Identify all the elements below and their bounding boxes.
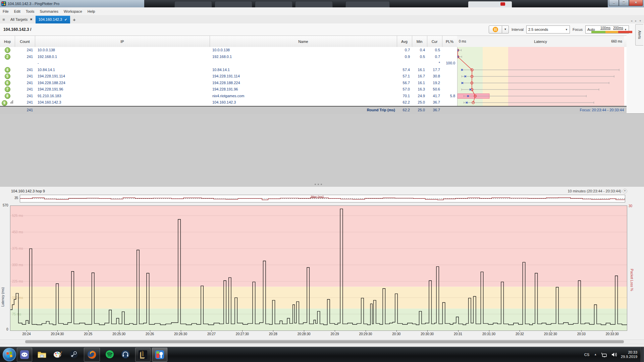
title-bar: 104.160.142.3 - PingPlotter Pro – ❐ ✕ (0, 0, 644, 7)
timeline-panel: 104.160.142.3 hop 9 10 minutes (20:23:44… (0, 186, 644, 346)
x-tick-mark (396, 330, 397, 332)
round-trip-min: 25.0 (412, 107, 425, 114)
volume-icon[interactable] (611, 352, 618, 358)
network-icon[interactable] (601, 352, 607, 358)
scrollbar-thumb[interactable] (25, 340, 624, 343)
taskbar-icon-steam[interactable] (67, 348, 80, 361)
x-tick-mark (458, 330, 459, 332)
jitter-axis-tick: 35 (12, 196, 18, 200)
time-range-select[interactable]: 10 minutes (20:23:44 - 20:33:44) ▾ (568, 189, 627, 193)
x-tick-label: 20:27 (207, 332, 216, 336)
pause-button[interactable] (489, 25, 502, 34)
hop-badge: 9 (2, 100, 7, 106)
column-header-min[interactable]: Min (412, 36, 427, 47)
menu-item-tools[interactable]: Tools (23, 8, 37, 15)
cell-avg: 57.1 (397, 73, 410, 80)
cell-count: 241 (15, 99, 33, 106)
cell-avg: 70.1 (397, 93, 410, 100)
cell-count: 241 (15, 73, 33, 80)
cell-hop: 5 (0, 73, 15, 80)
menu-bar: FileEditToolsSummariesWorkspaceHelp (0, 7, 644, 15)
x-tick-label: 20:24 (22, 332, 31, 336)
cell-cur: 36.7 (427, 99, 440, 106)
taskbar-icon-discord[interactable] (17, 348, 32, 362)
alerts-side-tab[interactable]: Alerts (635, 24, 643, 46)
taskbar-icon-pingplotter[interactable] (152, 348, 167, 362)
column-header-ip[interactable]: IP (35, 36, 210, 47)
cell-ip: 104.160.142.3 (35, 99, 210, 106)
splitter-handle[interactable] (315, 184, 322, 185)
menu-item-workspace[interactable]: Workspace (61, 8, 85, 15)
interval-select[interactable]: 2.5 seconds▼ (526, 25, 570, 34)
cell-count: 241 (15, 54, 33, 60)
tab-current-target[interactable]: 104.160.142.3 ✔ (36, 16, 70, 23)
horizontal-scrollbar[interactable] (0, 340, 644, 344)
x-tick-mark (427, 330, 428, 332)
jitter-graph-label: Jitter (ms) (310, 195, 324, 198)
timeline-title: 104.160.142.3 hop 9 (11, 189, 45, 193)
menu-item-file[interactable]: File (0, 8, 11, 15)
maximize-button[interactable]: ❐ (619, 0, 629, 6)
youtube-tab-icon (500, 2, 505, 6)
taskbar-icon-spotify[interactable] (103, 348, 116, 361)
latency-timeline-graph[interactable]: 525 ms450 ms375 ms300 ms225 ms150 ms75 m… (10, 205, 627, 331)
language-indicator[interactable]: CS (584, 353, 589, 357)
svg-text:150 ms: 150 ms (12, 296, 23, 300)
hop-badge: 7 (5, 86, 10, 92)
menu-item-summaries[interactable]: Summaries (37, 8, 61, 15)
x-tick-mark (181, 330, 181, 332)
hamburger-menu-icon[interactable]: ≡ (0, 16, 7, 23)
column-header-avg[interactable]: Avg (397, 36, 412, 47)
start-button[interactable] (3, 348, 16, 361)
hidden-icons-arrow[interactable]: ▲ (594, 353, 597, 356)
new-tab-button[interactable]: + (70, 16, 78, 23)
column-header-hop[interactable]: Hop (0, 36, 15, 47)
taskbar-icon-paint[interactable] (51, 348, 64, 361)
menu-item-edit[interactable]: Edit (11, 8, 23, 15)
pingplotter-app-icon (1, 1, 6, 6)
cell-pl (442, 80, 455, 86)
windows-taskbar: CS ▲ 20:33 29.9.2019 (0, 347, 644, 362)
show-desktop-button[interactable] (641, 347, 644, 362)
cell-hop: 4 (0, 67, 15, 73)
x-tick-label: 20:29 (330, 332, 339, 336)
background-browser-tab (468, 1, 512, 7)
cell-ip: 194.228.188.224 (35, 80, 210, 86)
x-tick-mark (335, 330, 335, 332)
taskbar-clock[interactable]: 20:33 29.9.2019 (621, 350, 637, 359)
x-tick-mark (273, 330, 273, 332)
cell-cur: 30.8 (427, 73, 440, 80)
cell-name: 194.228.191.96 (210, 86, 397, 93)
cell-hop: 9 (0, 99, 15, 106)
round-trip-avg: 62.2 (397, 107, 410, 114)
cell-ip: - (35, 60, 210, 67)
tab-close-icon[interactable]: ✖ (30, 16, 33, 23)
column-header-name[interactable]: Name (210, 36, 397, 47)
x-tick-mark (581, 330, 582, 332)
alerts-label: Alerts (638, 31, 641, 39)
minimize-button[interactable]: – (609, 0, 619, 6)
menu-item-help[interactable]: Help (85, 8, 98, 15)
taskbar-icon-teamspeak[interactable] (119, 348, 132, 361)
taskbar-icon-firefox[interactable] (84, 348, 100, 362)
focused-hop-bars-icon (10, 99, 13, 106)
column-header-pl[interactable]: PL% (442, 36, 458, 47)
cell-min: 0.4 (412, 47, 425, 54)
column-header-cur[interactable]: Cur (427, 36, 442, 47)
hop-badge: 5 (5, 73, 10, 79)
column-header-count[interactable]: Count (15, 36, 35, 47)
legend-200ms-label: 200ms (613, 26, 623, 30)
cell-cur: 0.7 (427, 54, 440, 60)
y-axis-label: Latency (ms) (1, 287, 5, 307)
taskbar-icon-league-of-legends[interactable] (135, 348, 151, 362)
tab-all-targets-label: All Targets (10, 16, 28, 23)
x-tick-label: 20:29:30 (359, 332, 372, 336)
interval-label: Interval (512, 27, 524, 32)
pause-dropdown-arrow[interactable]: ▼ (502, 25, 509, 34)
taskbar-icon-file-explorer[interactable] (36, 348, 48, 361)
column-header-latency[interactable]: 0 ms Latency 660 ms (457, 36, 624, 47)
tab-scroll-arrows[interactable]: ◂ ▸ ▾ (631, 19, 642, 22)
tab-all-targets[interactable]: All Targets ✖ (7, 16, 36, 23)
cell-pl (442, 99, 455, 106)
close-button[interactable]: ✕ (629, 0, 643, 6)
